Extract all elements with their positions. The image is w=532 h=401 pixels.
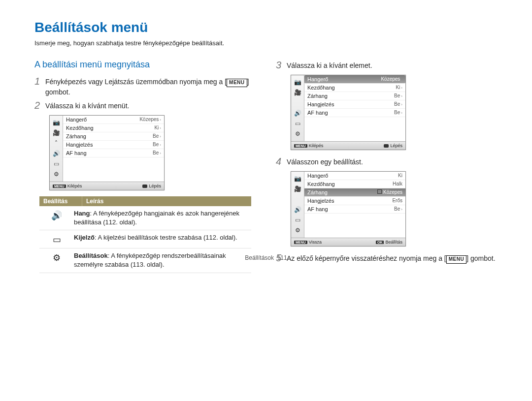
subtitle: Ismerje meg, hogyan szabhatja testre fén… <box>34 39 498 47</box>
camera-menu-row-value: Ki <box>398 173 402 179</box>
camera-menu-row: HangjelzésBe› <box>304 100 405 109</box>
camera-icon: 📷 <box>293 79 302 86</box>
settings-table: Beállítás Leírás 🔊Hang: A fényképezőgép … <box>39 196 251 273</box>
sound-icon: 🔊 <box>52 150 61 157</box>
gear-icon: ⚙ <box>52 171 61 178</box>
camera-menu-row-value: Közepes› <box>139 117 161 123</box>
camera-menu-row-label: Kezdőhang <box>66 125 94 131</box>
camera-menu-row-value: Halk <box>393 181 402 187</box>
camera-menu-row: AF hangBe› <box>304 109 405 117</box>
camera-menu-row: ZárhangKözepes <box>304 188 405 197</box>
camera-menu-row-label: Kezdőhang <box>307 85 335 91</box>
gear-icon: ⚙ <box>293 227 302 234</box>
sound-icon: 🔊 <box>293 110 302 117</box>
camera-menu-row-value: Be› <box>394 101 402 107</box>
camera-menu-row: HangjelzésErős <box>304 197 405 205</box>
camera-menu-row-label: Zárhang <box>307 189 328 195</box>
step-number-4: 4 <box>276 156 287 167</box>
camera-menu-a: 📷 🎥 ˄ 🔊 ▭ ⚙ HangerőKözepes›KezdőhangKi›Z… <box>49 115 165 190</box>
gear-icon: ⚙ <box>293 130 302 138</box>
camera-menu-row: KezdőhangKi› <box>304 84 405 92</box>
up-arrow-icon: ˄ <box>52 140 61 147</box>
camera-menu-row-label: Hangerő <box>307 173 328 179</box>
camera-menu-row-label: Hangerő <box>307 76 328 82</box>
camera-menu-row-value: Be› <box>394 93 402 99</box>
camera-menu-row: HangerőKi <box>304 172 405 180</box>
camera-menu-row-label: Hangerő <box>66 117 87 123</box>
camera-menu-row-label: AF hang <box>307 110 328 116</box>
camera-menu-row-value: Ki› <box>396 85 402 91</box>
camera-menu-b: 📷 🎥 🔊 ▭ ⚙ HangerőKözepes›KezdőhangKi›Zár… <box>291 75 406 150</box>
camera-menu-row: ZárhangBe› <box>63 132 164 141</box>
camera-menu-c: 📷 🎥 🔊 ▭ ⚙ HangerőKiKezdőhangHalkZárhangK… <box>291 171 406 247</box>
play-icon: 🎥 <box>293 185 302 193</box>
camera-menu-row-value: Erős <box>392 198 402 204</box>
camera-menu-row-value: Be› <box>153 133 161 139</box>
step-3-text: Válassza ki a kívánt elemet. <box>287 60 372 70</box>
step-1-text: Fényképezés vagy Lejátszás üzemmódban ny… <box>45 76 256 97</box>
step-number-3: 3 <box>276 60 287 71</box>
camera-menu-row-label: Hangjelzés <box>307 198 334 204</box>
table-row-icon: ▭ <box>39 233 74 245</box>
step-number-1: 1 <box>34 76 45 87</box>
camera-menu-a-sidebar: 📷 🎥 ˄ 🔊 ▭ ⚙ <box>50 116 63 182</box>
camera-menu-row-label: Zárhang <box>66 133 86 139</box>
camera-menu-row-label: AF hang <box>307 206 328 212</box>
step-number-2: 2 <box>34 100 45 111</box>
table-row-icon: 🔊 <box>39 209 74 227</box>
camera-menu-c-set: OKBeállítás <box>376 240 402 245</box>
camera-menu-row-label: Kezdőhang <box>307 181 335 187</box>
camera-menu-row: KezdőhangKi› <box>63 124 164 132</box>
camera-menu-b-enter: Lépés <box>384 143 402 148</box>
table-header-description: Leírás <box>82 196 251 206</box>
table-row-desc: Kijelző: A kijelzési beállítások testre … <box>74 233 251 245</box>
camera-menu-b-exit: MENUKilépés <box>294 143 323 148</box>
blank-icon <box>293 196 302 203</box>
step-2-text: Válassza ki a kívánt menüt. <box>45 100 129 111</box>
table-row: 🔊Hang: A fényképezőgép hangjainak és azo… <box>39 206 251 230</box>
step-4-text: Válasszon egy beállítást. <box>287 156 363 167</box>
camera-menu-row-label: Hangjelzés <box>66 142 93 148</box>
section-heading: A beállítási menü megnyitása <box>34 60 256 70</box>
camera-menu-row-value: Közepes› <box>381 76 402 82</box>
display-icon: ▭ <box>293 216 302 224</box>
camera-menu-row-label: Hangjelzés <box>307 101 334 107</box>
camera-menu-row-value: Be› <box>394 110 402 116</box>
menu-button-label: MENU <box>227 79 247 87</box>
blank-icon <box>293 99 302 107</box>
camera-menu-a-enter: Lépés <box>142 184 161 188</box>
camera-menu-row-label: Zárhang <box>307 93 328 99</box>
camera-menu-row: AF hangBe› <box>63 149 164 157</box>
page-footer: Beállítások 111 <box>0 254 532 261</box>
sound-icon: 🔊 <box>293 206 302 214</box>
table-row-desc: Hang: A fényképezőgép hangjainak és azok… <box>74 209 251 227</box>
camera-menu-row: HangerőKözepes› <box>304 75 405 84</box>
camera-menu-row: ZárhangBe› <box>304 92 405 100</box>
play-icon: 🎥 <box>293 89 302 96</box>
camera-icon: 📷 <box>293 175 302 183</box>
camera-menu-c-back: MENUVissza <box>294 240 322 245</box>
camera-menu-a-exit: MENUKilépés <box>53 184 82 188</box>
display-icon: ▭ <box>293 120 302 127</box>
camera-icon: 📷 <box>52 119 61 126</box>
camera-menu-row-value: Be› <box>153 142 161 148</box>
camera-menu-row-label: AF hang <box>66 150 87 156</box>
display-icon: ▭ <box>52 160 61 168</box>
camera-menu-b-sidebar: 📷 🎥 🔊 ▭ ⚙ <box>291 75 304 141</box>
table-header-setting: Beállítás <box>39 196 82 206</box>
camera-menu-row-value: Közepes <box>377 189 402 195</box>
play-icon: 🎥 <box>52 129 61 137</box>
camera-menu-row: HangjelzésBe› <box>63 141 164 149</box>
camera-menu-row-value: Be› <box>394 206 402 212</box>
camera-menu-c-sidebar: 📷 🎥 🔊 ▭ ⚙ <box>291 172 304 238</box>
camera-menu-row: KezdőhangHalk <box>304 180 405 188</box>
camera-menu-row: HangerőKözepes› <box>63 116 164 124</box>
table-row: ▭Kijelző: A kijelzési beállítások testre… <box>39 230 251 248</box>
page-title: Beállítások menü <box>34 20 498 35</box>
camera-menu-row-value: Be› <box>153 150 161 156</box>
camera-menu-row-value: Ki› <box>154 125 161 131</box>
camera-menu-row: AF hangBe› <box>304 205 405 214</box>
